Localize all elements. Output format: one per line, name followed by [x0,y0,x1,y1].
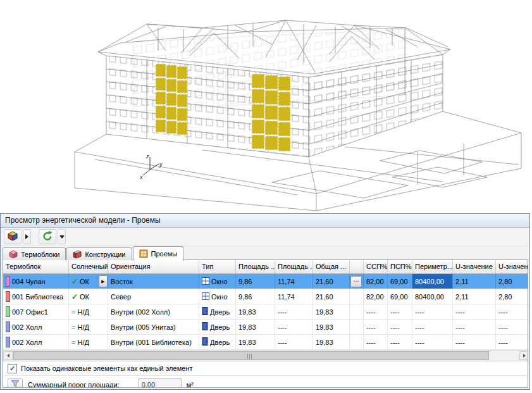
column-header-area-window[interactable]: Площадь ... [236,260,275,273]
model-view-dropdown-button[interactable] [23,229,31,244]
cell-perimeter[interactable]: ---- [412,320,453,334]
horizontal-scrollbar[interactable] [3,350,528,361]
cell-thermoblock[interactable]: 002 Холл [3,335,69,349]
cell-area-lighting[interactable]: ---- [275,320,313,334]
scroll-right-button[interactable] [519,351,528,360]
cell-orientation[interactable]: Внутри (001 Библиотека) [108,335,199,349]
table-row-2[interactable]: 001 Библиотека ✓ ОК Север Окно 9,86 11,7… [3,289,528,304]
cell-ssp[interactable]: ---- [364,335,388,349]
cell-area-lighting[interactable]: ---- [275,304,313,319]
cell-area-lighting[interactable]: 11,74 [275,289,313,304]
cell-type[interactable]: Дверь [199,320,236,334]
cell-type[interactable]: Окно [199,274,236,289]
building-wireframe: z y x [0,0,532,213]
cell-psp[interactable]: ---- [388,304,412,319]
cell-u-value-2[interactable]: ---- [496,304,528,319]
cell-orientation[interactable]: Внутри (002 Холл) [108,304,199,319]
model-3d-viewport[interactable]: z y x [0,0,532,213]
cell-area-total[interactable]: 19,83 [313,304,350,319]
column-header-ssp[interactable]: ССП% [364,260,388,273]
filter-button[interactable] [8,378,23,389]
cell-area-lighting[interactable]: ---- [275,335,313,349]
cell-perimeter[interactable]: 80400,00 [412,289,453,304]
cell-ssp[interactable]: 82,00 [364,289,388,304]
cell-orientation[interactable]: Север [108,289,199,304]
cell-area-window[interactable]: 19,83 [236,304,275,319]
table-row-3[interactable]: 007 Офис1 = Н/Д Внутри (002 Холл) Дверь … [3,304,528,320]
cell-area-window[interactable]: 19,83 [236,320,275,334]
cell-area-window[interactable]: 19,83 [236,335,275,349]
column-header-psp[interactable]: ПСП% [388,260,412,273]
cell-u-value[interactable]: 2,11 [453,289,496,304]
cell-u-value-2[interactable]: ---- [496,335,528,349]
table-row-1[interactable]: 004 Чулан ✓ ОК ▶ Восток Окно 9,86 11,74 … [3,274,528,289]
cell-thermoblock[interactable]: 002 Холл [3,320,69,334]
column-header-solar[interactable]: Солнечный ... [69,260,108,273]
cell-ssp[interactable]: ---- [364,304,388,319]
cell-u-value[interactable]: ---- [453,335,496,349]
cell-solar[interactable]: = Н/Д [69,335,108,349]
tab-constructions[interactable]: Конструкции [66,247,132,260]
cell-area-window[interactable]: 9,86 [236,274,275,289]
table-row-5[interactable]: 002 Холл = Н/Д Внутри (001 Библиотека) Д… [3,335,528,350]
cell-solar[interactable]: ✓ ОК ▶ [69,274,108,289]
cell-area-total[interactable]: 21,60 [313,274,350,289]
cell-solar[interactable]: = Н/Д [69,304,108,319]
cell-thermoblock[interactable]: 001 Библиотека [3,289,69,304]
cell-u-value-2[interactable]: 2,80 [496,274,528,289]
cell-type[interactable]: Дверь [199,304,236,319]
cell-perimeter[interactable]: ---- [412,304,453,319]
cell-area-total[interactable]: 19,83 [313,320,350,334]
thermoblock-color-chip [6,321,10,332]
column-header-area-total[interactable]: Общая ... [313,260,350,273]
cell-perimeter[interactable]: 80400,00 [412,274,453,289]
column-header-u-value-2[interactable]: U-значени... [496,260,528,273]
window-titlebar[interactable]: Просмотр энергетической модели - Проемы [1,214,529,228]
cell-solar[interactable]: = Н/Д [69,320,108,334]
cell-orientation[interactable]: Восток [108,274,199,289]
cell-text: ---- [366,308,376,316]
cell-u-value[interactable]: 2,11 [453,274,496,289]
cell-u-value[interactable]: ---- [453,320,496,334]
column-header-orientation[interactable]: Ориентация [108,260,199,273]
cell-area-lighting[interactable]: 11,74 [275,274,313,289]
cell-u-value-2[interactable]: ---- [496,320,528,334]
axis-label-y: y [159,161,163,168]
cell-type[interactable]: Окно [199,289,236,304]
refresh-button[interactable] [39,229,56,244]
cell-thermoblock[interactable]: 004 Чулан [3,274,69,289]
tab-thermoblocks[interactable]: Термоблоки [3,247,66,260]
column-header-area-lighting[interactable]: Площадь ... [275,260,313,273]
cell-psp[interactable]: ---- [388,320,412,334]
cell-orientation[interactable]: Внутри (005 Унитаз) [108,320,199,334]
solar-dropdown-button[interactable]: ▶ [99,275,108,287]
cell-area-total[interactable]: 21,60 [313,289,350,304]
table-row-4[interactable]: 002 Холл = Н/Д Внутри (005 Унитаз) Дверь… [3,320,528,335]
scrollbar-thumb[interactable] [13,351,489,360]
cell-u-value-2[interactable]: 2,80 [496,289,528,304]
area-threshold-input[interactable] [139,378,182,389]
cell-type[interactable]: Дверь [199,335,236,349]
merge-elements-checkbox[interactable]: ✓ [8,364,17,373]
scroll-left-button[interactable] [3,351,13,360]
cell-perimeter[interactable]: ---- [412,335,453,349]
cell-psp[interactable]: 69,00 [388,289,412,304]
refresh-icon [42,230,53,244]
cell-psp[interactable]: ---- [388,335,412,349]
cell-ssp[interactable]: 82,00 [364,274,388,289]
cell-solar[interactable]: ✓ ОК [69,289,108,304]
cell-area-window[interactable]: 9,86 [236,289,275,304]
open-editor-button[interactable]: ... [350,276,362,287]
model-view-button[interactable] [4,229,22,244]
column-header-perimeter[interactable]: Периметр... [412,260,453,273]
cell-psp[interactable]: 69,00 [388,274,412,289]
column-header-type[interactable]: Тип [199,260,236,273]
cell-ssp[interactable]: ---- [364,320,388,334]
column-header-thermoblock[interactable]: Термоблок [3,260,69,273]
cell-area-total[interactable]: 19,83 [313,335,350,349]
refresh-dropdown-button[interactable] [58,229,66,244]
column-header-u-value[interactable]: U-значение ... [453,260,496,273]
tab-openings[interactable]: Проемы [133,246,184,261]
cell-u-value[interactable]: ---- [453,304,496,319]
cell-thermoblock[interactable]: 007 Офис1 [3,304,69,319]
